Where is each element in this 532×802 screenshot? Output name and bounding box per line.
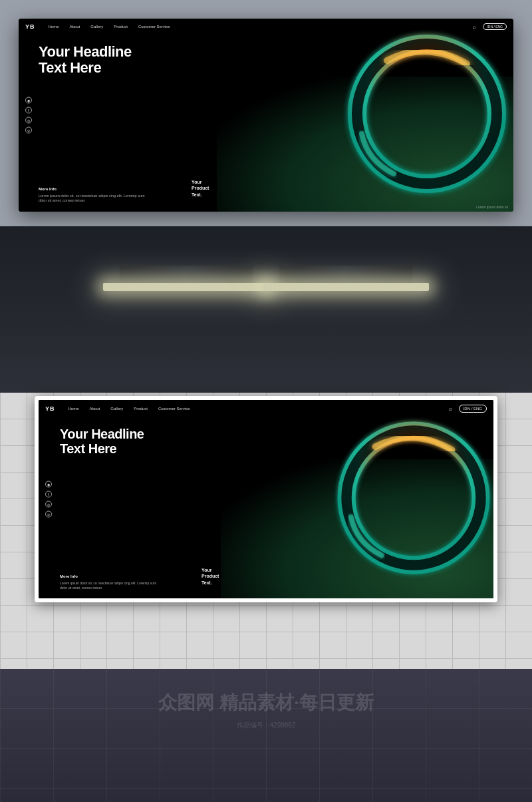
product-text-bottom: Your Product Text.	[201, 567, 219, 586]
info-body-bottom: Lorem ipsum dolor sit, co nsectetuer adi…	[60, 581, 160, 590]
ceiling	[0, 226, 532, 399]
nav-links-bottom: Home About Gallery Product Customer Serv…	[68, 407, 449, 411]
watermark: 众图网 精品素材·每日更新	[158, 690, 374, 715]
info-body-top: Lorem ipsum dolor sit, co nsectetuer adi…	[39, 194, 145, 204]
social-b-4[interactable]: ⊙	[45, 511, 52, 518]
lang-toggle-top[interactable]: IDN / ENG	[483, 23, 507, 30]
mockup-top: YB Home About Gallery Product Customer S…	[19, 19, 513, 212]
hero-headline-bottom: Your Headline Text Here	[60, 427, 144, 456]
floor-tiles	[0, 669, 532, 802]
billboard-frame: YB Home About Gallery Product Customer S…	[35, 396, 497, 602]
nav-customer-service[interactable]: Customer Service	[138, 25, 170, 29]
product-text-top: Your Product Text.	[192, 179, 209, 198]
nav-product-b[interactable]: Product	[134, 407, 148, 411]
website-bottom: YB Home About Gallery Product Customer S…	[39, 400, 493, 598]
light-1	[103, 283, 269, 291]
search-icon-top[interactable]: ⌕	[473, 24, 476, 30]
social-icons-bottom: ◉ f ◎ ⊙	[45, 481, 52, 518]
mockup-bottom-wrapper: YB Home About Gallery Product Customer S…	[0, 226, 532, 802]
nav-right-bottom: ⌕ IDN / ENG	[449, 405, 487, 413]
headline-top: Your Headline Text Here	[39, 44, 132, 76]
bottom-lorem-top: Lorem ipsum dolor sit	[476, 205, 508, 209]
nav-about-b[interactable]: About	[90, 407, 100, 411]
nav-gallery-b[interactable]: Gallery	[110, 407, 123, 411]
info-title-bottom: More Info	[60, 574, 160, 578]
nav-cs-b[interactable]: Customer Service	[158, 407, 190, 411]
social-icons-top: ◉ f ◎ ⊙	[25, 97, 32, 134]
nav-home[interactable]: Home	[49, 25, 59, 29]
social-icon-3[interactable]: ◎	[25, 117, 32, 124]
billboard-inner: YB Home About Gallery Product Customer S…	[39, 400, 493, 598]
social-b-2[interactable]: f	[45, 491, 52, 498]
hero-headline-top: Your Headline Text Here	[39, 44, 132, 76]
nav-product[interactable]: Product	[114, 25, 128, 29]
website-top: YB Home About Gallery Product Customer S…	[19, 19, 513, 212]
info-section-bottom: More Info Lorem ipsum dolor sit, co nsec…	[60, 574, 160, 590]
light-2	[263, 283, 429, 291]
ring-bottom	[324, 415, 493, 584]
info-title-top: More Info	[39, 187, 145, 191]
social-icon-2[interactable]: f	[25, 107, 32, 114]
lang-toggle-bottom[interactable]: IDN / ENG	[459, 405, 487, 413]
social-icon-1[interactable]: ◉	[25, 97, 32, 104]
logo-bottom: YB	[45, 405, 55, 412]
social-b-3[interactable]: ◎	[45, 501, 52, 508]
floor	[0, 669, 532, 802]
nav-links-top: Home About Gallery Product Customer Serv…	[49, 25, 473, 29]
logo-top: YB	[25, 23, 35, 30]
info-section-top: More Info Lorem ipsum dolor sit, co nsec…	[39, 187, 145, 204]
page-background: YB Home About Gallery Product Customer S…	[0, 0, 532, 802]
nav-gallery[interactable]: Gallery	[90, 25, 103, 29]
search-icon-bottom[interactable]: ⌕	[449, 405, 452, 412]
watermark-sub: 作品编号：4299862	[237, 721, 296, 730]
navbar-top: YB Home About Gallery Product Customer S…	[19, 19, 513, 35]
navbar-bottom: YB Home About Gallery Product Customer S…	[39, 400, 493, 417]
nav-home-b[interactable]: Home	[68, 407, 79, 411]
nav-right-top: ⌕ IDN / ENG	[473, 23, 507, 30]
headline-bottom: Your Headline Text Here	[60, 427, 144, 456]
social-icon-4[interactable]: ⊙	[25, 127, 32, 134]
ring-top	[334, 27, 513, 203]
social-b-1[interactable]: ◉	[45, 481, 52, 488]
nav-about[interactable]: About	[70, 25, 80, 29]
